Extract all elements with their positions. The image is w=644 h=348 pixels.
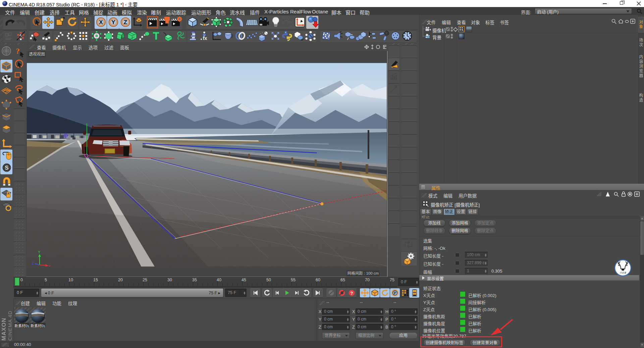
svg-text:?: ?	[351, 291, 353, 296]
svg-text:X: X	[48, 265, 51, 267]
svg-text:Y: Y	[111, 19, 115, 25]
svg-text:X: X	[99, 19, 103, 25]
svg-text:S: S	[5, 165, 9, 171]
svg-text:Y: Y	[38, 250, 41, 254]
svg-text:?: ?	[16, 47, 20, 55]
svg-text:行走者: 行走者	[620, 272, 627, 274]
svg-text:P: P	[394, 291, 396, 295]
svg-text:Z: Z	[32, 261, 34, 265]
svg-text:fx: fx	[203, 36, 207, 41]
svg-text:0: 0	[289, 21, 291, 27]
svg-text:Z: Z	[124, 19, 127, 25]
